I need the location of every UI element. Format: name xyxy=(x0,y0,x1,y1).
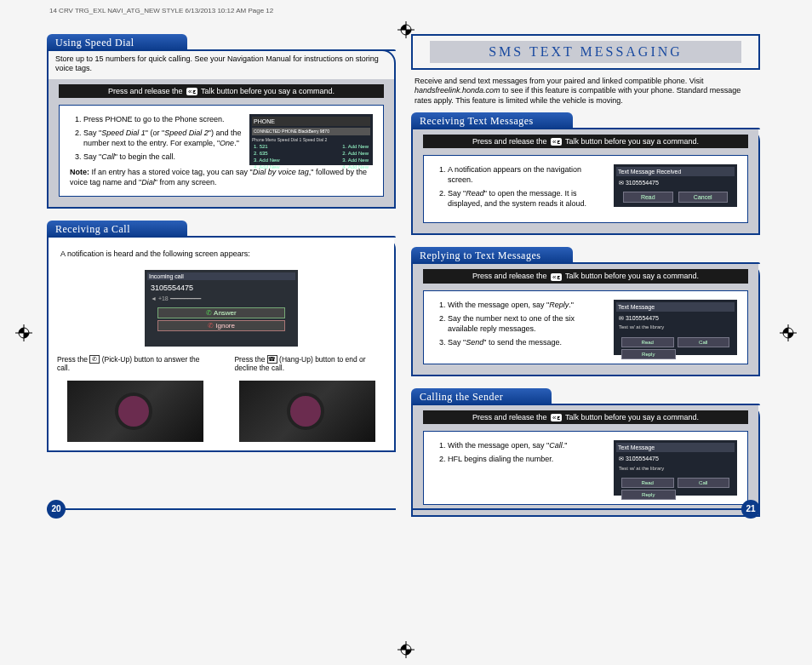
talk-command-bar: Press and release the «ɛ Talk button bef… xyxy=(423,269,748,283)
section-header-calling: Calling the Sender xyxy=(411,388,552,405)
page-rule xyxy=(47,508,396,510)
phone-screenshot: PHONE CONNECTED PHONE BlackBerry 9870 Ph… xyxy=(249,114,373,165)
section-header-speed-dial: Using Speed Dial xyxy=(47,34,187,51)
talk-icon: «ɛ xyxy=(551,138,561,146)
talk-icon: «ɛ xyxy=(186,88,197,95)
steering-wheel-pickup-image xyxy=(67,381,203,442)
hangup-icon: ☎ xyxy=(267,355,277,364)
receiving-call-intro: A notification is heard and the followin… xyxy=(54,243,389,264)
section-header-receiving-text: Receiving Text Messages xyxy=(411,112,573,129)
text-received-screenshot: Text Message Received ✉ 3105554475 Read … xyxy=(614,164,737,207)
page-number-right: 21 xyxy=(741,500,760,519)
text-call-screenshot: Text Message ✉ 3105554475 Test w/ at the… xyxy=(614,440,737,496)
page-right: SMS TEXT MESSAGING Receive and send text… xyxy=(411,34,760,517)
pickup-caption: Press the ✆ (Pick-Up) button to answer t… xyxy=(57,355,209,373)
talk-icon: «ɛ xyxy=(551,414,561,421)
steering-wheel-hangup-image xyxy=(239,381,375,442)
hangup-caption: Press the ☎ (Hang-Up) button to end or d… xyxy=(234,355,386,373)
speed-dial-intro: Store up to 15 numbers for quick calling… xyxy=(49,51,394,79)
talk-command-bar: Press and release the «ɛ Talk button bef… xyxy=(423,135,748,148)
speed-dial-note: Note: If an entry has a stored voice tag… xyxy=(70,167,373,187)
main-title: SMS TEXT MESSAGING xyxy=(430,41,741,63)
incoming-call-screenshot: Incoming call 3105554475 ◄ +18 ━━━━━━━━━… xyxy=(145,270,298,347)
pickup-icon: ✆ xyxy=(89,355,100,364)
main-title-frame: SMS TEXT MESSAGING xyxy=(411,34,760,70)
page-number-left: 20 xyxy=(47,500,66,519)
sms-intro: Receive and send text messages from your… xyxy=(411,77,760,112)
talk-command-bar: Press and release the «ɛ Talk button bef… xyxy=(59,84,384,98)
section-header-replying: Replying to Text Messages xyxy=(411,247,573,264)
section-header-receiving-call: Receiving a Call xyxy=(47,221,187,238)
registration-mark-icon xyxy=(780,324,797,341)
talk-command-bar: Press and release the «ɛ Talk button bef… xyxy=(423,410,748,424)
talk-icon: «ɛ xyxy=(551,273,561,281)
registration-mark-icon xyxy=(15,324,32,341)
registration-mark-icon xyxy=(397,641,415,658)
print-slug: 14 CRV TRG_EXL NAVI_ATG_NEW STYLE 6/13/2… xyxy=(49,7,273,14)
page-rule xyxy=(411,508,760,510)
text-reply-screenshot: Text Message ✉ 3105554475 Test w/ at the… xyxy=(614,300,737,355)
page-left: Using Speed Dial Store up to 15 numbers … xyxy=(47,34,396,517)
